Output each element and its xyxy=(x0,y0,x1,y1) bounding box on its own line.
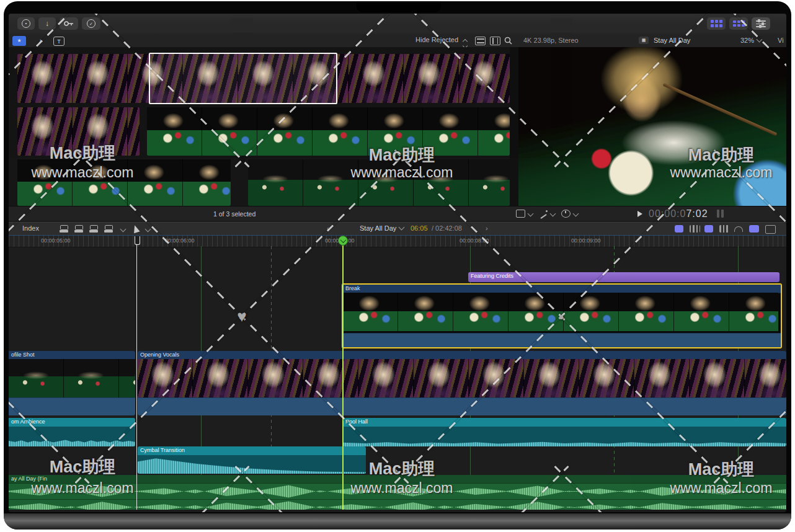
film-frame xyxy=(73,107,128,156)
clip-header xyxy=(138,351,786,360)
chevron-down-icon xyxy=(550,211,556,217)
browser-clip-sing2[interactable] xyxy=(17,107,140,156)
clip-room-ambience[interactable]: om Ambience xyxy=(9,418,135,446)
macbook-notch xyxy=(357,1,441,12)
titles-generators-icon[interactable]: T xyxy=(53,37,64,46)
film-frame xyxy=(690,359,745,398)
film-frame xyxy=(17,107,73,156)
film-frame xyxy=(138,359,193,398)
download-button[interactable]: ↓ xyxy=(38,17,56,30)
chevron-down-icon xyxy=(757,36,763,42)
transform-icon[interactable] xyxy=(516,210,525,218)
chevron-down-icon xyxy=(528,211,534,217)
audio-meters[interactable] xyxy=(717,210,724,218)
viewer-footer: 00:00:07:02 xyxy=(510,206,786,221)
append-edit-icon[interactable] xyxy=(89,225,99,233)
filmstrip-view-icon[interactable] xyxy=(490,37,500,45)
key-icon xyxy=(64,20,74,27)
enhancements-wand-icon[interactable] xyxy=(539,210,548,218)
connect-edit-icon[interactable] xyxy=(60,225,69,233)
keyword-editor-button[interactable] xyxy=(60,17,78,30)
timeline-project-dropdown[interactable]: Stay All Day xyxy=(360,224,404,232)
film-frame xyxy=(478,107,510,156)
clip-featuring-credits[interactable]: Featuring Credits xyxy=(468,272,779,282)
film-frame xyxy=(64,359,119,398)
clip-opening-audio xyxy=(138,397,786,415)
clip-profile-shot[interactable]: ofile Shot xyxy=(9,351,135,415)
retime-icon[interactable] xyxy=(561,210,571,218)
browser-pane: 1 of 3 selected xyxy=(9,47,510,221)
timeline-grid-icon xyxy=(733,20,745,27)
media-library-icon[interactable]: ★ xyxy=(12,36,26,46)
waveform-icon[interactable] xyxy=(719,225,730,233)
film-frame xyxy=(358,159,414,206)
timeline-total-duration: / 02:42:08 xyxy=(432,224,462,232)
select-tool-icon[interactable] xyxy=(131,224,140,234)
list-view-icon[interactable] xyxy=(475,37,486,45)
overwrite-edit-icon[interactable] xyxy=(104,225,114,233)
import-media-button[interactable]: • xyxy=(17,17,35,30)
timeline-back-button[interactable]: ‹ xyxy=(327,224,329,232)
sound-effects-icon[interactable]: ♪ xyxy=(33,36,47,46)
film-frame xyxy=(193,359,248,398)
clip-music-stay-all-day[interactable]: ay All Day (Fin xyxy=(9,475,786,510)
chevron-down-icon xyxy=(120,226,127,233)
film-frame xyxy=(202,107,257,156)
clip-opening-vocals[interactable]: Opening Vocals xyxy=(138,351,786,415)
search-icon[interactable] xyxy=(504,37,512,45)
clip-opening-filmstrip xyxy=(138,359,786,398)
clip-break-selected[interactable]: Break xyxy=(342,283,782,348)
check-circle-icon: ✓ xyxy=(87,19,95,28)
clip-profile-audio xyxy=(9,397,135,415)
play-button[interactable] xyxy=(637,211,642,217)
viewer-video[interactable] xyxy=(518,47,786,206)
clip-cymbal-transition[interactable]: Cymbal Transition xyxy=(138,446,366,474)
viewer-zoom-dropdown[interactable]: 32% xyxy=(740,37,762,44)
insert-edit-icon[interactable] xyxy=(74,225,84,233)
browser-clip-wide[interactable] xyxy=(248,159,510,206)
fcp-window: • ↓ ✓ xyxy=(9,14,786,512)
viewer-view-dropdown[interactable]: Vi xyxy=(778,37,784,44)
browser-clip-pool1[interactable] xyxy=(147,107,510,156)
ruler-timecode: 00:00:09:00 xyxy=(571,237,601,244)
index-button[interactable]: Index xyxy=(22,224,39,232)
film-frame xyxy=(73,159,128,206)
solo-icon[interactable] xyxy=(704,225,713,233)
film-frame xyxy=(248,159,303,206)
browser-clip-pool2[interactable] xyxy=(17,159,231,206)
show-timeline-button[interactable] xyxy=(729,17,748,30)
film-frame xyxy=(248,359,303,398)
film-frame xyxy=(414,159,469,206)
skimmer-line[interactable] xyxy=(136,244,137,510)
clip-filter-dropdown[interactable]: Hide Rejected xyxy=(415,36,467,48)
viewer-format-info: 4K 23.98p, Stereo xyxy=(523,37,579,44)
skimming-icon[interactable] xyxy=(675,225,683,233)
inspector-button[interactable] xyxy=(752,17,770,30)
snapping-icon[interactable] xyxy=(749,225,759,233)
film-frame xyxy=(745,359,786,398)
clip-break-filmstrip xyxy=(343,293,778,331)
selected-clip-range[interactable] xyxy=(149,53,337,104)
playhead-marker-badge[interactable] xyxy=(338,236,348,246)
timeline-pane: 00:00:05:00 00:00:06:00 00:00:07:00 00:0… xyxy=(9,235,786,510)
film-frame xyxy=(459,54,510,103)
macbook-screen-bezel: • ↓ ✓ xyxy=(4,1,791,530)
clip-profile-filmstrip xyxy=(9,359,135,398)
film-frame xyxy=(423,107,478,156)
clip-pool-hall[interactable]: Pool Hall xyxy=(343,418,786,446)
audio-skimming-icon[interactable] xyxy=(690,225,700,233)
clip-break-audio xyxy=(343,333,781,347)
background-tasks-button[interactable]: ✓ xyxy=(82,17,100,30)
show-browser-button[interactable] xyxy=(707,17,726,30)
download-icon: ↓ xyxy=(45,19,49,28)
film-frame xyxy=(147,107,202,156)
film-frame xyxy=(453,293,509,331)
clip-appearance-icon[interactable] xyxy=(765,225,776,234)
headphones-icon[interactable] xyxy=(734,226,743,232)
timeline-ruler[interactable]: 00:00:05:00 00:00:06:00 00:00:07:00 00:0… xyxy=(9,235,786,247)
film-frame xyxy=(674,293,729,331)
ruler-timecode: 00:00:06:00 xyxy=(165,237,195,244)
timeline-forward-button[interactable]: › xyxy=(486,224,488,232)
skimmer-handle[interactable] xyxy=(135,236,140,245)
playhead-line[interactable] xyxy=(342,236,344,510)
